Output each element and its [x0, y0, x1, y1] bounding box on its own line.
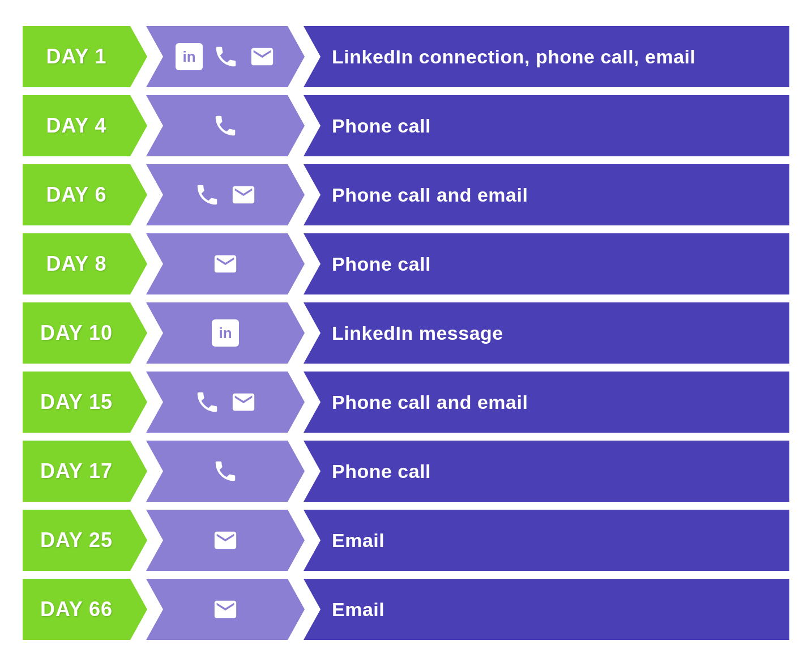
phone-icon [194, 389, 220, 415]
schedule-row: DAY 17 Phone call [23, 441, 789, 502]
day-label: DAY 17 [23, 441, 147, 502]
description-text: LinkedIn connection, phone call, email [332, 46, 695, 68]
icon-section [146, 510, 305, 571]
icon-section [146, 441, 305, 502]
day-text: DAY 1 [46, 45, 106, 69]
icon-section: in [146, 302, 305, 364]
day-text: DAY 8 [46, 252, 106, 276]
day-label: DAY 10 [23, 302, 147, 364]
description-section: LinkedIn connection, phone call, email [304, 26, 789, 87]
day-text: DAY 25 [40, 528, 113, 552]
day-label: DAY 66 [23, 579, 147, 640]
description-text: Email [332, 530, 384, 552]
description-text: Phone call [332, 253, 431, 275]
day-text: DAY 66 [40, 597, 113, 621]
description-text: Email [332, 599, 384, 621]
description-section: Phone call and email [304, 164, 789, 225]
description-text: Phone call and email [332, 391, 528, 413]
schedule-row: DAY 6 Phone call and email [23, 164, 789, 225]
day-label: DAY 8 [23, 233, 147, 294]
icon-section [146, 233, 305, 294]
email-icon [212, 596, 238, 622]
description-text: Phone call [332, 460, 431, 483]
linkedin-icon: in [176, 43, 203, 70]
icon-section [146, 372, 305, 433]
schedule-row: DAY 25 Email [23, 510, 789, 571]
day-text: DAY 4 [46, 114, 106, 138]
description-section: Phone call and email [304, 372, 789, 433]
email-icon [230, 389, 257, 415]
email-icon [212, 251, 238, 277]
schedule-row: DAY 10inLinkedIn message [23, 302, 789, 364]
description-section: Phone call [304, 95, 789, 156]
description-text: LinkedIn message [332, 322, 503, 344]
schedule-row: DAY 66 Email [23, 579, 789, 640]
day-label: DAY 25 [23, 510, 147, 571]
email-icon [212, 527, 238, 553]
day-text: DAY 6 [46, 183, 106, 207]
schedule-row: DAY 8 Phone call [23, 233, 789, 294]
day-text: DAY 15 [40, 390, 113, 414]
day-label: DAY 15 [23, 372, 147, 433]
day-text: DAY 17 [40, 459, 113, 483]
description-section: Email [304, 510, 789, 571]
email-icon [249, 44, 275, 70]
day-label: DAY 6 [23, 164, 147, 225]
description-text: Phone call and email [332, 184, 528, 206]
description-section: Phone call [304, 233, 789, 294]
description-text: Phone call [332, 115, 431, 137]
description-section: Phone call [304, 441, 789, 502]
email-icon [230, 182, 257, 208]
phone-icon [212, 113, 238, 139]
day-label: DAY 1 [23, 26, 147, 87]
day-label: DAY 4 [23, 95, 147, 156]
description-section: LinkedIn message [304, 302, 789, 364]
icon-section [146, 579, 305, 640]
schedule-row: DAY 1in LinkedIn connection, phone call,… [23, 26, 789, 87]
linkedin-icon: in [212, 319, 239, 347]
icon-section [146, 95, 305, 156]
icon-section [146, 164, 305, 225]
schedule-row: DAY 15 Phone call and email [23, 372, 789, 433]
schedule-row: DAY 4 Phone call [23, 95, 789, 156]
day-text: DAY 10 [40, 321, 113, 345]
icon-section: in [146, 26, 305, 87]
phone-icon [212, 458, 238, 484]
schedule-container: DAY 1in LinkedIn connection, phone call,… [23, 26, 789, 640]
phone-icon [213, 44, 239, 70]
description-section: Email [304, 579, 789, 640]
phone-icon [194, 182, 220, 208]
